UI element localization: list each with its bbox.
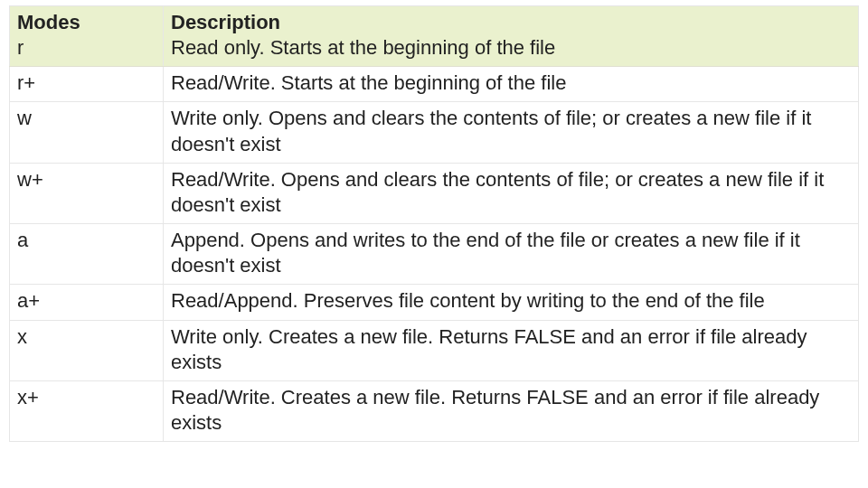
cell-description: Append. Opens and writes to the end of t…	[164, 224, 859, 285]
table-row: r+ Read/Write. Starts at the beginning o…	[10, 67, 859, 102]
table-row: x+ Read/Write. Creates a new file. Retur…	[10, 380, 859, 441]
cell-mode: x+	[10, 380, 164, 441]
column-title-modes: Modes	[17, 10, 156, 35]
column-header-description: Description Read only. Starts at the beg…	[164, 6, 859, 67]
cell-mode: w	[10, 102, 164, 163]
table-header-row: Modes r Description Read only. Starts at…	[10, 6, 859, 67]
cell-mode: w+	[10, 163, 164, 223]
table-row: w Write only. Opens and clears the conte…	[10, 102, 859, 163]
cell-mode: r+	[10, 67, 164, 102]
cell-description: Read/Append. Preserves file content by w…	[164, 285, 859, 320]
column-title-description: Description	[171, 10, 851, 35]
table-row: a+ Read/Append. Preserves file content b…	[10, 285, 859, 320]
table-row: a Append. Opens and writes to the end of…	[10, 224, 859, 285]
modes-table: Modes r Description Read only. Starts at…	[9, 5, 859, 442]
header-example-mode: r	[17, 35, 156, 61]
cell-description: Read/Write. Starts at the beginning of t…	[164, 67, 859, 102]
table-container: Modes r Description Read only. Starts at…	[9, 5, 859, 442]
cell-description: Write only. Creates a new file. Returns …	[164, 320, 859, 380]
cell-mode: a	[10, 224, 164, 285]
table-row: x Write only. Creates a new file. Return…	[10, 320, 859, 380]
cell-description: Read/Write. Opens and clears the content…	[164, 163, 859, 223]
column-header-modes: Modes r	[10, 6, 164, 67]
cell-description: Read/Write. Creates a new file. Returns …	[164, 380, 859, 441]
cell-mode: x	[10, 320, 164, 380]
header-example-description: Read only. Starts at the beginning of th…	[171, 35, 851, 61]
table-row: w+ Read/Write. Opens and clears the cont…	[10, 163, 859, 223]
cell-mode: a+	[10, 285, 164, 320]
cell-description: Write only. Opens and clears the content…	[164, 102, 859, 163]
